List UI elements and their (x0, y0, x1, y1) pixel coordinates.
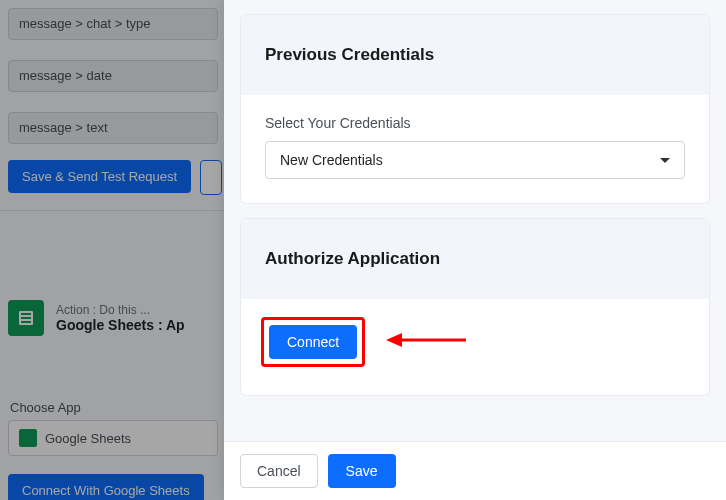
svg-marker-5 (386, 333, 402, 347)
previous-credentials-card: Previous Credentials Select Your Credent… (240, 14, 710, 204)
credentials-select-value: New Credentials (280, 152, 383, 168)
credentials-select[interactable]: New Credentials (265, 141, 685, 179)
arrow-annotation-icon (386, 329, 466, 351)
credentials-panel: Previous Credentials Select Your Credent… (224, 0, 726, 500)
cancel-button[interactable]: Cancel (240, 454, 318, 488)
panel-footer: Cancel Save (224, 441, 726, 500)
authorize-application-card: Authorize Application Connect (240, 218, 710, 396)
chevron-down-icon (660, 158, 670, 163)
previous-credentials-title: Previous Credentials (241, 15, 709, 95)
save-button[interactable]: Save (328, 454, 396, 488)
select-credentials-label: Select Your Credentials (265, 115, 685, 131)
highlight-annotation: Connect (261, 317, 365, 367)
connect-button[interactable]: Connect (269, 325, 357, 359)
authorize-application-title: Authorize Application (241, 219, 709, 299)
